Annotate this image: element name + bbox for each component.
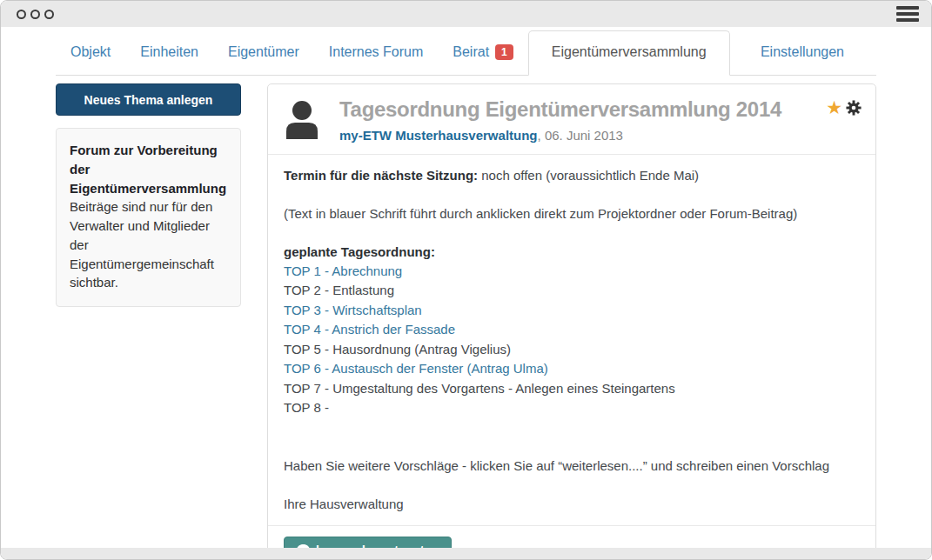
signature-line: Ihre Hausverwaltung [284, 495, 860, 514]
forum-info-title: Forum zur Vorbereitung der Eigentümerver… [70, 143, 226, 196]
post-header: Tagesordnung Eigentümerversammlung 2014 … [268, 84, 875, 154]
termin-value: noch offen (voraussichtlich Ende Mai) [478, 168, 699, 183]
post-meta: my-ETW Musterhausverwaltung, 06. Juni 20… [339, 128, 826, 143]
window-control-circle-icon[interactable] [30, 10, 40, 19]
tab-internes-forum[interactable]: Internes Forum [314, 31, 438, 75]
tab-eigentümerversammlung[interactable]: Eigentümerversammlung [528, 30, 730, 76]
tab-label: Einstellungen [761, 44, 844, 60]
agenda-item-link[interactable]: TOP 6 - Austausch der Fenster (Antrag Ul… [284, 359, 860, 379]
nav-tabs: ObjektEinheitenEigentümerInternes ForumB… [56, 27, 876, 76]
bottom-strip [1, 548, 931, 559]
hint-line: (Text in blauer Schrift führt durch ankl… [284, 204, 860, 223]
agenda-item-link[interactable]: TOP 4 - Anstrich der Fassade [284, 320, 860, 340]
post-body: Termin für die nächste Sitzung: noch off… [268, 155, 875, 514]
agenda-item: TOP 8 - [284, 398, 860, 418]
sidebar: Neues Thema anlegen Forum zur Vorbereitu… [56, 83, 241, 307]
agenda-item: TOP 7 - Umgestaltung des Vorgartens - An… [284, 379, 860, 399]
tab-label: Internes Forum [329, 44, 423, 60]
top-bar [1, 1, 931, 27]
agenda-list: TOP 1 - AbrechnungTOP 2 - EntlastungTOP … [284, 262, 860, 418]
person-icon [284, 99, 320, 139]
post-card: Tagesordnung Eigentümerversammlung 2014 … [267, 83, 876, 560]
tab-objekt[interactable]: Objekt [56, 31, 125, 75]
termin-line: Termin für die nächste Sitzung: noch off… [284, 166, 860, 185]
content-area: Neues Thema anlegen Forum zur Vorbereitu… [1, 76, 931, 560]
agenda-item: TOP 2 - Entlastung [284, 281, 860, 301]
tab-label: Beirat [453, 44, 489, 60]
gear-icon[interactable] [846, 100, 862, 116]
agenda-item-link[interactable]: TOP 1 - Abrechnung [284, 262, 860, 282]
agenda-item-link[interactable]: TOP 3 - Wirtschaftsplan [284, 301, 860, 321]
window-control-circle-icon[interactable] [44, 10, 54, 19]
forum-info-body: Beiträge sind nur für den Verwalter und … [70, 199, 214, 290]
notification-badge: 1 [495, 44, 513, 60]
tab-beirat[interactable]: Beirat1 [438, 31, 527, 75]
post-author-link[interactable]: my-ETW Musterhausverwaltung [339, 128, 538, 143]
post-header-text: Tagesordnung Eigentümerversammlung 2014 … [339, 97, 826, 143]
closing-line: Haben Sie weitere Vorschläge - klicken S… [284, 457, 860, 476]
post-header-icons: ★ [826, 97, 862, 143]
tab-label: Objekt [70, 44, 111, 60]
tab-einheiten[interactable]: Einheiten [125, 31, 213, 75]
star-icon[interactable]: ★ [826, 99, 842, 117]
termin-label: Termin für die nächste Sitzung: [284, 168, 478, 183]
hamburger-menu-icon[interactable] [896, 6, 919, 22]
agenda-item: TOP 5 - Hausordnung (Antrag Vigelius) [284, 340, 860, 360]
tab-eigentümer[interactable]: Eigentümer [213, 31, 314, 75]
new-topic-button[interactable]: Neues Thema anlegen [56, 83, 241, 116]
agenda-heading: geplante Tagesordnung: [284, 243, 860, 262]
post-date: , 06. Juni 2013 [538, 128, 623, 143]
forum-info-box: Forum zur Vorbereitung der Eigentümerver… [56, 128, 241, 307]
post-title: Tagesordnung Eigentümerversammlung 2014 [339, 97, 826, 122]
app-window: ObjektEinheitenEigentümerInternes ForumB… [0, 0, 932, 560]
tab-label: Einheiten [140, 44, 198, 60]
window-controls-icon[interactable] [17, 10, 54, 19]
window-control-circle-icon[interactable] [17, 10, 26, 19]
tab-label: Eigentümer [228, 44, 299, 60]
tab-einstellungen[interactable]: Einstellungen [746, 31, 859, 75]
tab-label: Eigentümerversammlung [552, 44, 707, 60]
